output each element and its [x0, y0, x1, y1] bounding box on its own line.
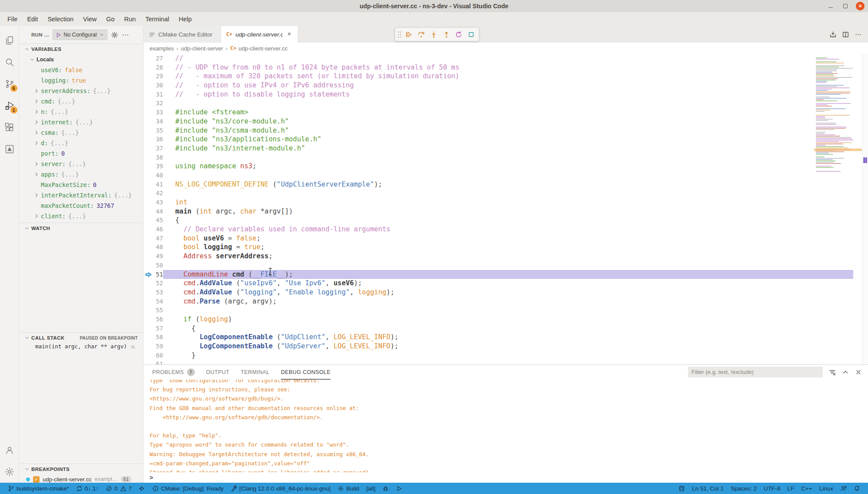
stop-button[interactable]	[465, 28, 477, 40]
expand-chevron-icon[interactable]	[34, 130, 39, 135]
expand-chevron-icon[interactable]	[34, 214, 39, 219]
search-icon[interactable]	[0, 51, 19, 73]
locals-scope[interactable]: Locals	[19, 54, 143, 65]
breakpoint-checkbox[interactable]: ✓	[33, 476, 40, 483]
more-actions-icon[interactable]	[855, 31, 862, 38]
status-item-sync-status[interactable]: 0↓ 1↑	[73, 483, 102, 494]
breadcrumb-file[interactable]: C+ udp-client-server.cc	[230, 45, 287, 52]
status-item-cursor-position[interactable]: Ln 51, Col 1	[688, 483, 727, 494]
breakpoints-header[interactable]: BREAKPOINTS	[19, 464, 143, 474]
expand-chevron-icon[interactable]	[34, 88, 39, 93]
variable-row[interactable]: port:0	[19, 148, 143, 159]
console-filter-input[interactable]	[688, 367, 823, 377]
maximize-panel-icon[interactable]	[842, 369, 849, 376]
source-control-icon[interactable]: 6	[0, 73, 19, 95]
extensions-icon[interactable]	[0, 117, 19, 138]
debug-settings-gear-icon[interactable]	[111, 31, 118, 39]
split-editor-icon[interactable]	[842, 31, 849, 38]
expand-chevron-icon[interactable]	[34, 109, 39, 114]
tab-cmake-cache-editor[interactable]: CMake Cache Editor	[144, 26, 221, 43]
close-tab-icon[interactable]: ×	[286, 31, 293, 38]
variable-row[interactable]: n:{...}	[19, 107, 143, 117]
status-item-cmake-build[interactable]: Build	[334, 483, 363, 494]
status-item-build-target[interactable]: [all]	[363, 483, 379, 494]
close-button[interactable]: ×	[856, 2, 865, 10]
expand-chevron-icon[interactable]	[34, 193, 39, 198]
panel-tab-problems[interactable]: PROBLEMS7	[152, 365, 195, 380]
expand-chevron-icon[interactable]	[34, 172, 39, 177]
menu-help[interactable]: Help	[174, 14, 197, 24]
status-item-indentation[interactable]: Spaces: 2	[727, 483, 760, 494]
status-item-cmake-status[interactable]: CMake: [Debug]: Ready	[149, 483, 227, 494]
settings-gear-icon[interactable]	[0, 461, 19, 483]
menu-run[interactable]: Run	[120, 14, 141, 24]
menu-go[interactable]: Go	[101, 14, 119, 24]
console-prompt[interactable]: >	[144, 472, 868, 483]
variable-row[interactable]: csma:{...}	[19, 127, 143, 138]
minimize-button[interactable]	[826, 2, 835, 10]
call-stack-header[interactable]: CALL STACK PAUSED ON BREAKPOINT	[19, 333, 143, 343]
status-item-cache[interactable]	[675, 483, 688, 494]
variable-row[interactable]: d:{...}	[19, 138, 143, 148]
expand-chevron-icon[interactable]	[34, 120, 39, 125]
breadcrumb-folder[interactable]: examples	[150, 45, 174, 52]
status-item-notifications[interactable]	[850, 483, 864, 494]
status-item-eol[interactable]: LF	[784, 483, 798, 494]
step-over-button[interactable]	[415, 28, 427, 40]
panel-tab-debug-console[interactable]: DEBUG CONSOLE	[281, 365, 331, 380]
status-item-language-mode[interactable]: C++	[798, 483, 816, 494]
variable-row[interactable]: MaxPacketSize:0	[19, 180, 143, 190]
drag-handle-icon[interactable]	[397, 30, 402, 40]
variable-row[interactable]: serverAddress:{...}	[19, 86, 143, 96]
status-item-cmake-kit[interactable]: [Clang 12.0.0 x86_64-pc-linux-gnu]	[227, 483, 334, 494]
minimap[interactable]	[816, 54, 859, 172]
variable-row[interactable]: useV6:false	[19, 65, 143, 75]
accounts-icon[interactable]	[0, 439, 19, 461]
menu-file[interactable]: File	[3, 14, 22, 24]
editor-scrollbar[interactable]	[862, 54, 868, 364]
variable-row[interactable]: maxPacketCount:32767	[19, 200, 143, 211]
variable-row[interactable]: server:{...}	[19, 159, 143, 169]
watch-header[interactable]: WATCH	[19, 223, 143, 234]
variables-header[interactable]: VARIABLES	[19, 44, 143, 54]
launch-config-dropdown[interactable]: No Configural	[53, 30, 107, 40]
status-item-problems[interactable]: 07	[102, 483, 135, 494]
step-into-button[interactable]	[428, 28, 440, 40]
continue-button[interactable]	[403, 28, 414, 40]
variable-row[interactable]: internet:{...}	[19, 117, 143, 127]
restart-button[interactable]	[453, 28, 464, 40]
menu-selection[interactable]: Selection	[43, 14, 78, 24]
explorer-icon[interactable]	[0, 30, 19, 51]
expand-chevron-icon[interactable]	[34, 140, 39, 146]
variable-row[interactable]: client:{...}	[19, 211, 143, 221]
breadcrumb-folder[interactable]: udp-client-server	[181, 45, 223, 52]
status-item-encoding[interactable]: UTF-8	[760, 483, 784, 494]
desktop-download-icon[interactable]	[829, 31, 837, 38]
status-item-git-branch[interactable]: buildsystem-cmake*	[4, 483, 73, 494]
menu-view[interactable]: View	[78, 14, 101, 24]
variable-row[interactable]: logging:true	[19, 75, 143, 86]
status-item-debug-target[interactable]	[379, 483, 392, 494]
variable-row[interactable]: apps:{...}	[19, 169, 143, 180]
menu-terminal[interactable]: Terminal	[140, 14, 174, 24]
status-item-debug-indicator[interactable]	[135, 483, 149, 494]
code-editor[interactable]: 27//28// - UDP flow from n0 to n1 of 102…	[144, 54, 868, 364]
status-item-remote-os[interactable]: Linux	[816, 483, 837, 494]
stack-frame[interactable]: main(int argc, char ** argv) u.	[19, 343, 143, 354]
variable-row[interactable]: cmd:{...}	[19, 96, 143, 107]
menu-edit[interactable]: Edit	[22, 14, 43, 24]
expand-chevron-icon[interactable]	[34, 99, 39, 104]
panel-tab-output[interactable]: OUTPUT	[206, 365, 230, 380]
status-item-feedback[interactable]	[837, 483, 850, 494]
more-actions-icon[interactable]	[122, 31, 129, 39]
status-item-launch-target[interactable]	[392, 483, 406, 494]
close-panel-icon[interactable]	[855, 369, 862, 376]
run-debug-icon[interactable]: 1	[0, 95, 19, 117]
cmake-icon[interactable]	[0, 138, 19, 160]
variable-row[interactable]: interPacketInterval:{...}	[19, 190, 143, 200]
expand-chevron-icon[interactable]	[34, 161, 39, 167]
filter-clear-icon[interactable]	[829, 369, 836, 376]
debug-console-output[interactable]: Type "show configuration" for configurat…	[144, 380, 868, 472]
step-out-button[interactable]	[441, 28, 452, 40]
tab-udp-client-server[interactable]: C+ udp-client-server.cc ×	[221, 26, 298, 43]
